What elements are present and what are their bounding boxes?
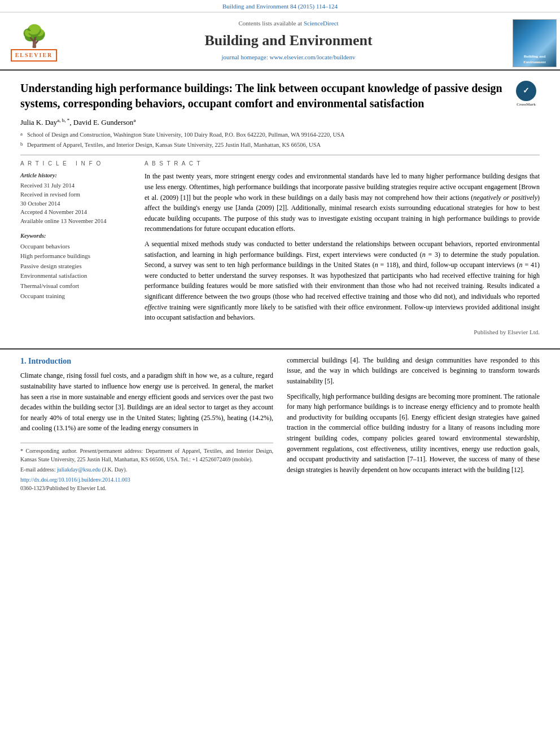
keyword-5: Thermal/visual comfort <box>20 281 133 291</box>
keyword-6: Occupant training <box>20 291 133 302</box>
keyword-4: Environmental satisfaction <box>20 271 133 281</box>
body-col-left: 1. Introduction Climate change, rising f… <box>20 355 273 494</box>
journal-cover: Building andEnvironment <box>509 17 560 69</box>
affil-a-text: School of Design and Construction, Washi… <box>27 130 344 139</box>
keywords-label: Keywords: <box>20 231 133 241</box>
journal-header: 🌳 ELSEVIER Contents lists available at S… <box>0 12 560 71</box>
affiliations-block: a School of Design and Construction, Was… <box>20 130 540 150</box>
cover-image: Building andEnvironment <box>513 19 557 67</box>
author2-name: David E. Gunderson <box>73 119 134 127</box>
journal-citation: Building and Environment 84 (2015) 114–1… <box>222 3 338 10</box>
intro-para-right1: commercial buildings [4]. The building a… <box>287 355 540 387</box>
section1-heading: 1. Introduction <box>20 355 273 368</box>
intro-para-right2: Specifically, high performance building … <box>287 391 540 475</box>
journal-header-center: Contents lists available at ScienceDirec… <box>68 17 509 69</box>
journal-homepage: journal homepage: www.elsevier.com/locat… <box>73 53 504 62</box>
keyword-1: Occupant behaviors <box>20 242 133 252</box>
doi-url[interactable]: http://dx.doi.org/10.1016/j.buildenv.201… <box>20 477 130 483</box>
sciencedirect-link[interactable]: ScienceDirect <box>304 20 339 27</box>
article-info-col: A R T I C L E I N F O Article history: R… <box>20 160 133 337</box>
abstract-col: A B S T R A C T In the past twenty years… <box>145 160 540 337</box>
abstract-text: In the past twenty years, more stringent… <box>145 171 540 337</box>
info-abstract-section: A R T I C L E I N F O Article history: R… <box>20 160 540 337</box>
affil-b-text: Department of Apparel, Textiles, and Int… <box>27 141 321 150</box>
footnote-star: * Corresponding author. Present/permanen… <box>20 447 273 464</box>
abstract-para2: A sequential mixed methods study was con… <box>145 239 540 323</box>
accepted-date: Accepted 4 November 2014 <box>20 208 133 217</box>
page: Building and Environment 84 (2015) 114–1… <box>0 0 560 747</box>
author1-name: Julia K. Day <box>20 119 57 127</box>
body-area: 1. Introduction Climate change, rising f… <box>0 348 560 500</box>
section-divider <box>20 155 540 155</box>
published-by: Published by Elsevier Ltd. <box>145 327 540 337</box>
keywords-block: Keywords: Occupant behaviors High perfor… <box>20 231 133 301</box>
article-info-label: A R T I C L E I N F O <box>20 160 133 168</box>
history-label: Article history: <box>20 171 133 180</box>
footnote-email: E-mail address: juliakday@ksu.edu (J.K. … <box>20 465 273 474</box>
intro-para1: Climate change, rising fossil fuel costs… <box>20 370 273 434</box>
article-area: Understanding high performance buildings… <box>0 71 560 348</box>
crossmark-label: CrossMark <box>513 102 540 107</box>
keyword-3: Passive design strategies <box>20 261 133 272</box>
sciencedirect-line: Contents lists available at ScienceDirec… <box>73 19 504 28</box>
author1-sup: a, b, * <box>57 117 69 123</box>
body-two-col: 1. Introduction Climate change, rising f… <box>20 355 540 494</box>
crossmark-icon: ✓ <box>516 81 536 101</box>
revised-date: Received in revised form30 October 2014 <box>20 190 133 208</box>
body-col-right: commercial buildings [4]. The building a… <box>287 355 540 494</box>
email-link[interactable]: juliakday@ksu.edu <box>57 466 100 473</box>
abstract-section-label: A B S T R A C T <box>145 160 540 168</box>
affil-b: b Department of Apparel, Textiles, and I… <box>20 141 540 150</box>
article-title: Understanding high performance buildings… <box>20 81 540 111</box>
issn-line: 0360-1323/Published by Elsevier Ltd. <box>20 484 273 492</box>
homepage-url[interactable]: www.elsevier.com/locate/buildenv <box>269 54 355 60</box>
crossmark-badge: ✓ CrossMark <box>513 81 540 107</box>
cover-title-text: Building andEnvironment <box>523 54 546 65</box>
author2-sup: a <box>133 117 135 123</box>
affil-a: a School of Design and Construction, Was… <box>20 130 540 139</box>
elsevier-logo-area: 🌳 ELSEVIER <box>0 17 68 69</box>
footnote-area: * Corresponding author. Present/permanen… <box>20 443 273 492</box>
authors-line: Julia K. Daya, b, *, David E. Gundersona <box>20 117 540 128</box>
email-suffix: (J.K. Day). <box>102 466 127 473</box>
journal-title: Building and Environment <box>73 30 504 51</box>
online-date: Available online 13 November 2014 <box>20 217 133 226</box>
elsevier-logo-text: ELSEVIER <box>11 49 58 62</box>
body-text-right: commercial buildings [4]. The building a… <box>287 355 540 475</box>
journal-citation-bar: Building and Environment 84 (2015) 114–1… <box>0 0 560 12</box>
body-text-left: Climate change, rising fossil fuel costs… <box>20 370 273 434</box>
keywords-list: Occupant behaviors High performance buil… <box>20 242 133 302</box>
email-label: E-mail address: <box>20 466 55 473</box>
elsevier-tree-icon: 🌳 <box>21 25 47 47</box>
keyword-2: High performance buildings <box>20 251 133 261</box>
doi-line: http://dx.doi.org/10.1016/j.buildenv.201… <box>20 475 273 484</box>
received-date: Received 31 July 2014 <box>20 181 133 190</box>
abstract-para1: In the past twenty years, more stringent… <box>145 171 540 234</box>
article-history: Article history: Received 31 July 2014 R… <box>20 171 133 226</box>
